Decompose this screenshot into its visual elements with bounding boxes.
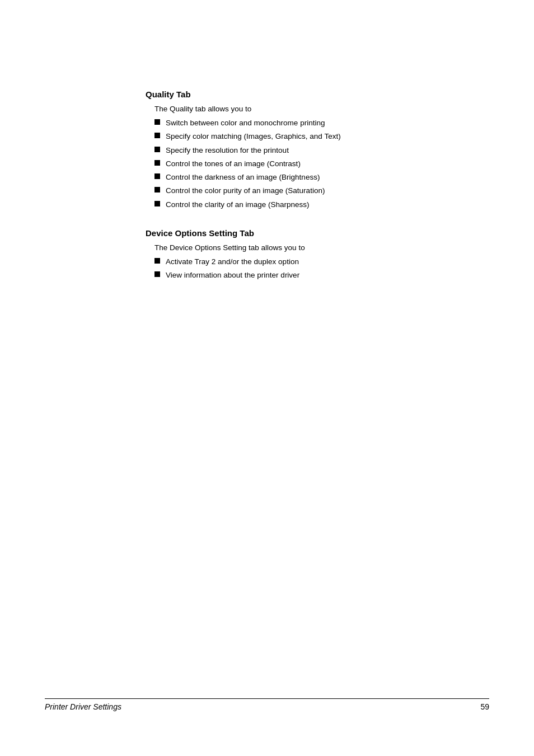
device-options-tab-intro: The Device Options Setting tab allows yo…: [154, 243, 489, 252]
quality-tab-title: Quality Tab: [146, 90, 489, 99]
bullet-icon: [154, 133, 160, 138]
quality-tab-intro: The Quality tab allows you to: [154, 105, 489, 113]
bullet-icon: [154, 187, 160, 192]
list-item-text: Specify the resolution for the printout: [166, 145, 289, 156]
page: Quality Tab The Quality tab allows you t…: [0, 0, 534, 756]
list-item-text: View information about the printer drive…: [166, 270, 299, 281]
list-item-text: Control the color purity of an image (Sa…: [166, 185, 325, 196]
device-options-tab-section: Device Options Setting Tab The Device Op…: [146, 228, 489, 281]
bullet-icon: [154, 160, 160, 166]
list-item: Control the clarity of an image (Sharpne…: [154, 199, 489, 210]
list-item-text: Activate Tray 2 and/or the duplex option: [166, 256, 299, 267]
bullet-icon: [154, 258, 160, 264]
list-item-text: Control the clarity of an image (Sharpne…: [166, 199, 310, 210]
list-item: Specify color matching (Images, Graphics…: [154, 131, 489, 142]
page-footer: Printer Driver Settings 59: [45, 698, 489, 711]
bullet-icon: [154, 201, 160, 206]
bullet-icon: [154, 173, 160, 179]
list-item-text: Switch between color and monochrome prin…: [166, 118, 325, 129]
list-item: View information about the printer drive…: [154, 270, 489, 281]
list-item-text: Control the tones of an image (Contrast): [166, 158, 301, 170]
list-item: Control the darkness of an image (Bright…: [154, 172, 489, 183]
bullet-icon: [154, 147, 160, 152]
quality-tab-section: Quality Tab The Quality tab allows you t…: [146, 90, 489, 210]
list-item: Control the color purity of an image (Sa…: [154, 185, 489, 196]
list-item: Activate Tray 2 and/or the duplex option: [154, 256, 489, 267]
list-item: Control the tones of an image (Contrast): [154, 158, 489, 170]
footer-page-number: 59: [480, 702, 489, 711]
device-options-tab-title: Device Options Setting Tab: [146, 228, 489, 238]
bullet-icon: [154, 271, 160, 277]
quality-tab-list: Switch between color and monochrome prin…: [154, 118, 489, 210]
bullet-icon: [154, 119, 160, 125]
list-item: Switch between color and monochrome prin…: [154, 118, 489, 129]
list-item: Specify the resolution for the printout: [154, 145, 489, 156]
device-options-tab-list: Activate Tray 2 and/or the duplex option…: [154, 256, 489, 281]
list-item-text: Specify color matching (Images, Graphics…: [166, 131, 341, 142]
footer-label: Printer Driver Settings: [45, 702, 121, 711]
list-item-text: Control the darkness of an image (Bright…: [166, 172, 320, 183]
